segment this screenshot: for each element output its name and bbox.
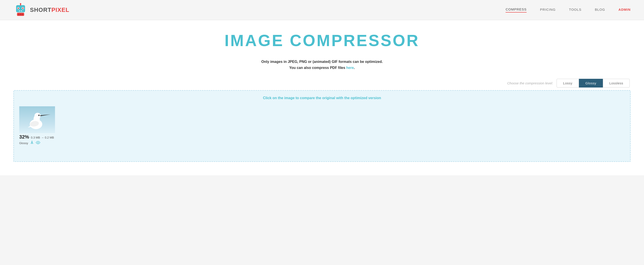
- logo[interactable]: SHORTPIXEL: [14, 3, 69, 17]
- compare-icon[interactable]: [36, 141, 40, 145]
- logo-robot-icon: [14, 3, 28, 17]
- download-icon[interactable]: [30, 140, 34, 145]
- svg-point-21: [38, 115, 39, 115]
- compression-percentage: 32%: [19, 134, 29, 140]
- drop-zone[interactable]: Click on the image to compare the origin…: [14, 90, 630, 162]
- svg-point-20: [38, 115, 40, 116]
- logo-wordmark: SHORTPIXEL: [30, 7, 69, 14]
- svg-point-18: [34, 113, 41, 119]
- lossless-button[interactable]: Lossless: [603, 79, 630, 88]
- pdf-link[interactable]: here: [346, 66, 354, 70]
- subtitle-line1: Only images in JPEG, PNG or (animated) G…: [261, 60, 382, 64]
- svg-point-3: [18, 8, 19, 9]
- nav-item-compress[interactable]: COMPRESS: [506, 8, 526, 13]
- main-nav: COMPRESS PRICING TOOLS BLOG ADMIN: [506, 8, 630, 13]
- page-title: IMAGE COMPRESSOR: [14, 31, 630, 50]
- file-size-info: 0.3 MB → 0.2 MB: [31, 136, 54, 139]
- svg-point-26: [38, 142, 38, 143]
- subtitle: Only images in JPEG, PNG or (animated) G…: [14, 59, 630, 71]
- compression-mode-label: Glossy: [19, 141, 28, 145]
- main-content: IMAGE COMPRESSOR Only images in JPEG, PN…: [0, 20, 644, 175]
- nav-item-tools[interactable]: TOOLS: [569, 8, 582, 12]
- svg-rect-6: [18, 11, 19, 12]
- header: SHORTPIXEL COMPRESS PRICING TOOLS BLOG A…: [0, 0, 644, 20]
- svg-point-13: [20, 14, 21, 15]
- subtitle-line2: You can also compress PDF files here.: [289, 66, 355, 70]
- glossy-button[interactable]: Glossy: [579, 79, 603, 88]
- drop-zone-hint: Click on the image to compare the origin…: [19, 96, 625, 100]
- image-meta: 32% 0.3 MB → 0.2 MB Glossy: [19, 134, 54, 145]
- svg-point-12: [18, 14, 20, 15]
- svg-point-10: [20, 3, 21, 5]
- svg-rect-7: [20, 11, 21, 12]
- svg-point-14: [22, 14, 23, 15]
- svg-point-4: [22, 8, 24, 9]
- image-thumbnail[interactable]: [19, 106, 55, 133]
- nav-item-pricing[interactable]: PRICING: [540, 8, 556, 12]
- nav-item-admin[interactable]: ADMIN: [618, 8, 630, 12]
- nav-item-blog[interactable]: BLOG: [595, 8, 605, 12]
- svg-rect-24: [31, 143, 33, 144]
- image-result: 32% 0.3 MB → 0.2 MB Glossy: [19, 106, 55, 145]
- compression-level-row: Choose the compression level: Lossy Glos…: [14, 79, 630, 88]
- bird-svg: [19, 106, 55, 133]
- lossy-button[interactable]: Lossy: [556, 79, 579, 88]
- svg-rect-8: [22, 11, 23, 12]
- compression-level-label: Choose the compression level:: [507, 81, 553, 85]
